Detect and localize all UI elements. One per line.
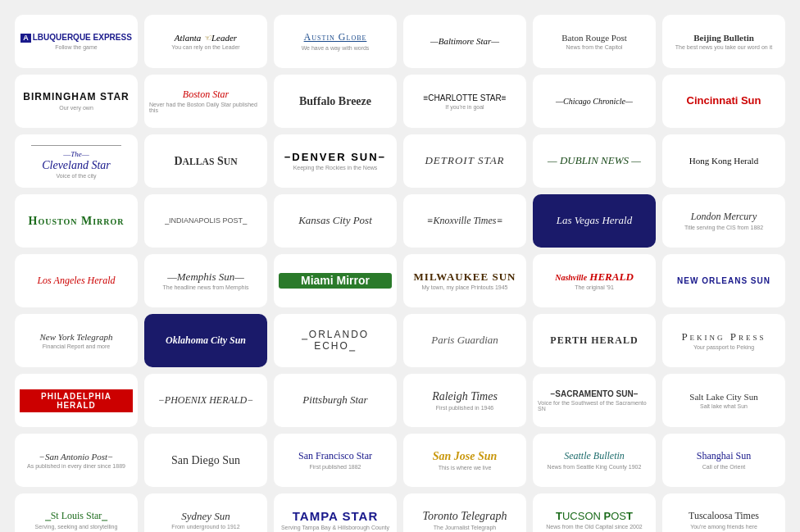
newspaper-card-pittsburgh[interactable]: Pittsburgh Star [274,374,397,427]
newspaper-card-charlotte[interactable]: ≡CHARLOTTE STAR≡If you're in goal [403,75,526,128]
newspaper-name-philadelphia: Philadelphia Herald [20,389,133,412]
newspaper-card-miami[interactable]: Miami Mirror [274,254,397,307]
newspaper-name-atlanta: Atlanta ☜Leader [149,33,262,43]
newspaper-name-tampa: Tampa Star [279,510,392,524]
newspaper-card-memphis[interactable]: —Memphis Sun—The headline news from Memp… [144,254,267,307]
newspaper-name-dublin: — DUBLIN NEWS — [538,155,651,166]
newspaper-sub-milwaukee: My town, my place Printouts 1945 [421,284,507,290]
newspaper-card-albuquerque[interactable]: ALBUQUERQUE EXPRESSFollow the game [15,15,138,68]
newspaper-card-detroit[interactable]: Detroit Star [403,134,526,188]
newspaper-card-tampa[interactable]: Tampa StarServing Tampa Bay & Hillsborou… [274,493,397,532]
newspaper-card-cleveland[interactable]: ―The―Cleveland StarVoice of the city [15,134,138,188]
newspaper-card-sanfrancisco[interactable]: San Francisco StarFirst published 1882 [274,434,397,487]
newspaper-card-oklahoma[interactable]: Oklahoma City Sun [144,314,267,367]
newspaper-name-chicago: —Chicago Chronicle— [538,97,651,106]
newspaper-name-boston: Boston Star [149,89,262,100]
newspaper-card-austin[interactable]: Austin GlobeWe have a way with words [274,15,397,68]
newspaper-name-pittsburgh: Pittsburgh Star [279,394,392,406]
newspaper-card-newyork[interactable]: New York TelegraphFinancial Report and m… [15,314,138,367]
newspaper-sub-beijing: The best news you take our word on it [675,44,772,50]
newspaper-card-shanghai[interactable]: Shanghai SunCall of the Orient [662,434,785,487]
newspaper-card-tuscaloosa[interactable]: Tuscaloosa TimesYou're among friends her… [662,493,785,532]
newspaper-name-seattle: Seattle Bulletin [538,451,651,462]
newspaper-name-phoenix: −PHOENIX HERALD− [149,395,262,406]
newspaper-sub-nashville: The original '91 [575,284,614,290]
newspaper-name-cincinnati: Cincinnati Sun [667,95,780,107]
newspaper-card-batonrouge[interactable]: Baton Rouge PostNews from the Capitol [533,15,656,68]
newspaper-name-tucson: TUCSON POST [538,511,651,522]
newspaper-name-indianapolis: ⎯INDIANAPOLIS POST⎯ [149,217,262,225]
newspaper-name-dallas: DALLAS SUN [149,155,262,168]
newspaper-card-atlanta[interactable]: Atlanta ☜LeaderYou can rely on the Leade… [144,15,267,68]
newspaper-card-indianapolis[interactable]: ⎯INDIANAPOLIS POST⎯ [144,194,267,248]
newspaper-card-chicago[interactable]: —Chicago Chronicle— [533,75,656,128]
newspaper-card-paris[interactable]: Paris Guardian [403,314,526,367]
newspaper-card-saltlake[interactable]: Salt Lake City SunSalt lake what Sun [662,374,785,427]
newspaper-card-nashville[interactable]: Nashville HERALDThe original '91 [533,254,656,307]
newspaper-card-raleigh[interactable]: Raleigh TimesFirst published in 1946 [403,374,526,427]
newspaper-card-boston[interactable]: Boston StarNever had the Boston Daily St… [144,75,267,128]
newspaper-name-stlouis: ⎯St Louis Star⎯ [20,511,133,521]
newspaper-sub-sacramento: Voice for the Southwest of the Sacrament… [538,400,651,412]
newspaper-sub-sanantonio: As published in every diner since 1889 [27,463,125,469]
newspaper-sub-birmingham: Our very own [59,105,93,111]
newspaper-name-detroit: Detroit Star [408,155,521,166]
newspaper-card-hongkong[interactable]: Hong Kong Herald [662,134,785,188]
newspaper-sub-newyork: Financial Report and more [43,343,111,349]
newspaper-name-peking: Peking Press [667,331,780,343]
newspaper-card-perth[interactable]: Perth Herald [533,314,656,367]
deco-line [31,145,121,146]
newspaper-name-charlotte: ≡CHARLOTTE STAR≡ [408,93,521,102]
newspaper-name-saltlake: Salt Lake City Sun [667,392,780,402]
newspaper-sub-atlanta: You can rely on the Leader [171,44,239,50]
newspaper-card-beijing[interactable]: Beijing BulletinThe best news you take o… [662,15,785,68]
newspaper-sub-london: Title serving the CIS from 1882 [684,225,763,230]
newspaper-name-sanantonio: −San Antonio Post− [20,452,133,462]
newspaper-card-sacramento[interactable]: −SACRAMENTO SUN−Voice for the Southwest … [533,374,656,427]
newspaper-name-neworleans: New Orleans Sun [667,276,780,285]
newspaper-card-sanantonio[interactable]: −San Antonio Post−As published in every … [15,434,138,487]
newspaper-card-philadelphia[interactable]: Philadelphia Herald [15,374,138,427]
newspaper-name-beijing: Beijing Bulletin [667,33,780,43]
newspaper-name-austin: Austin Globe [279,32,392,43]
newspaper-sub-cleveland: Voice of the city [56,173,96,179]
newspaper-sub-raleigh: First published in 1946 [436,405,493,411]
newspaper-card-buffalo[interactable]: Buffalo Breeze [274,75,397,128]
newspaper-card-orlando[interactable]: ⎯ORLANDO ECHO⎯ [274,314,397,367]
newspaper-card-dallas[interactable]: DALLAS SUN [144,134,267,188]
newspaper-card-phoenix[interactable]: −PHOENIX HERALD− [144,374,267,427]
newspaper-sub-tuscaloosa: You're among friends here [690,524,757,530]
newspaper-card-baltimore[interactable]: —Baltimore Star— [403,15,526,68]
newspaper-sub-batonrouge: News from the Capitol [566,44,623,50]
newspaper-card-stlouis[interactable]: ⎯St Louis Star⎯Serving, seeking and stor… [15,493,138,532]
newspaper-card-london[interactable]: London MercuryTitle serving the CIS from… [662,194,785,248]
newspaper-card-toronto[interactable]: Toronto TelegraphThe Journalist Telegrap… [403,493,526,532]
newspaper-name-hongkong: Hong Kong Herald [667,156,780,166]
newspaper-name-perth: Perth Herald [538,335,651,346]
newspaper-name-cleveland: ―The―Cleveland Star [20,148,133,172]
newspaper-card-houston[interactable]: Houston Mirror [15,194,138,248]
newspaper-card-neworleans[interactable]: New Orleans Sun [662,254,785,307]
newspaper-sub-tampa: Serving Tampa Bay & Hillsborough County [281,525,389,530]
newspaper-card-sandiego[interactable]: San Diego Sun [144,434,267,487]
newspaper-card-cincinnati[interactable]: Cincinnati Sun [662,75,785,128]
newspaper-card-lasvegas[interactable]: Las Vegas Herald [533,194,656,248]
newspaper-card-denver[interactable]: −DENVER SUN−Keeping the Rockies in the N… [274,134,397,188]
newspaper-card-seattle[interactable]: Seattle BulletinNews from Seattle King C… [533,434,656,487]
newspaper-name-losangeles: Los Angeles Herald [20,275,133,286]
newspaper-card-kansascity[interactable]: Kansas City Post [274,194,397,248]
newspaper-name-batonrouge: Baton Rouge Post [538,33,651,43]
newspaper-card-peking[interactable]: Peking PressYour passport to Peking [662,314,785,367]
newspaper-name-birmingham: Birmingham Star [20,92,133,102]
newspaper-card-tucson[interactable]: TUCSON POSTNews from the Old Capital sin… [533,493,656,532]
newspaper-card-losangeles[interactable]: Los Angeles Herald [15,254,138,307]
newspaper-card-milwaukee[interactable]: Milwaukee SunMy town, my place Printouts… [403,254,526,307]
newspaper-card-knoxville[interactable]: ≡Knoxville Times≡ [403,194,526,248]
newspaper-name-baltimore: —Baltimore Star— [408,36,521,46]
newspaper-card-birmingham[interactable]: Birmingham StarOur very own [15,75,138,128]
newspaper-card-dublin[interactable]: — DUBLIN NEWS — [533,134,656,188]
newspaper-name-sydney: Sydney Sun [149,511,262,522]
newspaper-card-sanjose[interactable]: San Jose SunThis is where we live [403,434,526,487]
newspaper-card-sydney[interactable]: Sydney SunFrom underground to 1912 [144,493,267,532]
newspaper-sub-sydney: From underground to 1912 [171,524,239,530]
